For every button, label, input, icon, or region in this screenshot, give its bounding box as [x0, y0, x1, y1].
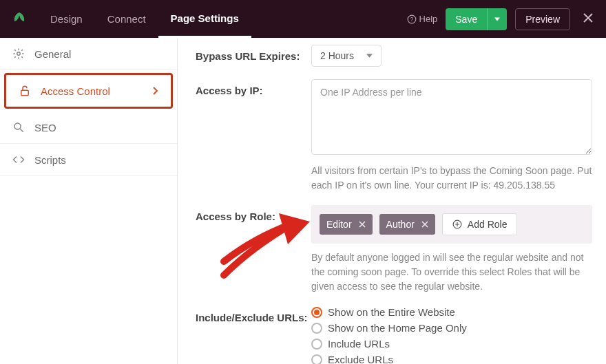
tab-page-settings[interactable]: Page Settings [158, 0, 251, 38]
radio-icon [311, 323, 322, 334]
sidebar-item-scripts[interactable]: Scripts [0, 144, 177, 176]
close-icon [359, 221, 366, 228]
close-icon [583, 12, 594, 23]
svg-text:?: ? [410, 16, 413, 22]
radio-label: Exclude URLs [328, 354, 393, 364]
lock-icon [19, 85, 31, 97]
help-link[interactable]: ? Help [407, 14, 438, 24]
svg-point-4 [14, 123, 21, 129]
row-include-exclude: Include/Exclude URLs: Show on the Entire… [196, 306, 592, 364]
radio-icon [311, 354, 322, 365]
role-chip-label: Editor [326, 219, 352, 230]
sidebar: General Access Control SEO Scripts [0, 38, 178, 364]
topbar-right: ? Help Save Preview [407, 8, 606, 30]
search-icon [12, 121, 25, 133]
svg-rect-3 [21, 90, 29, 96]
access-role-help: By default anyone logged in will see the… [311, 250, 592, 294]
access-role-label: Access by Role: [196, 205, 311, 222]
close-icon [421, 221, 428, 228]
role-chip-label: Author [386, 219, 415, 230]
save-dropdown-button[interactable] [487, 8, 507, 30]
save-button-group: Save [446, 8, 507, 30]
tab-connect[interactable]: Connect [95, 0, 158, 38]
radio-label: Show on the Entire Website [328, 306, 455, 318]
role-chip-container: Editor Author Add Role [311, 205, 592, 244]
radio-label: Show on the Home Page Only [328, 322, 467, 334]
body: General Access Control SEO Scripts Bypas… [0, 38, 606, 364]
role-chip-author: Author [379, 214, 435, 235]
role-chip-editor: Editor [320, 214, 373, 235]
nav-tabs: Design Connect Page Settings [38, 0, 251, 38]
tab-design[interactable]: Design [38, 0, 95, 38]
access-ip-help: All visitors from certain IP's to bypass… [311, 164, 592, 193]
top-bar: Design Connect Page Settings ? Help Save… [0, 0, 606, 38]
radio-label: Include URLs [328, 338, 390, 350]
content-panel: Bypass URL Expires: 2 Hours Access by IP… [178, 38, 606, 364]
save-button[interactable]: Save [446, 8, 487, 30]
svg-point-2 [17, 52, 21, 56]
include-exclude-options: Show on the Entire Website Show on the H… [311, 306, 592, 364]
sidebar-item-general[interactable]: General [0, 38, 177, 70]
sidebar-item-label: Access Control [41, 85, 143, 97]
sidebar-item-access-control[interactable]: Access Control [4, 73, 173, 109]
row-access-role: Access by Role: Editor Author [196, 205, 592, 294]
gear-icon [12, 47, 25, 60]
sidebar-item-label: Scripts [34, 154, 165, 166]
bypass-url-value: 2 Hours [320, 50, 354, 61]
help-icon: ? [407, 14, 417, 24]
radio-icon [311, 339, 322, 350]
bypass-url-select[interactable]: 2 Hours [311, 45, 382, 67]
radio-option-home-page-only[interactable]: Show on the Home Page Only [311, 322, 592, 334]
row-bypass-url: Bypass URL Expires: 2 Hours [196, 45, 592, 67]
remove-role-button[interactable] [421, 219, 428, 230]
include-exclude-label: Include/Exclude URLs: [196, 306, 311, 323]
caret-down-icon [366, 54, 373, 58]
radio-icon [311, 307, 322, 318]
close-button[interactable] [578, 11, 598, 27]
bypass-url-label: Bypass URL Expires: [196, 45, 311, 62]
leaf-icon [11, 11, 28, 28]
sidebar-item-label: General [34, 48, 165, 60]
row-access-ip: Access by IP: All visitors from certain … [196, 79, 592, 193]
radio-option-include-urls[interactable]: Include URLs [311, 338, 592, 350]
help-label: Help [419, 14, 438, 24]
sidebar-item-seo[interactable]: SEO [0, 111, 177, 144]
radio-option-exclude-urls[interactable]: Exclude URLs [311, 354, 592, 364]
access-ip-label: Access by IP: [196, 79, 311, 96]
app-logo [0, 11, 38, 28]
preview-button[interactable]: Preview [515, 8, 570, 30]
code-icon [12, 153, 25, 166]
caret-down-icon [494, 17, 500, 22]
sidebar-item-label: SEO [34, 122, 165, 133]
remove-role-button[interactable] [359, 219, 366, 230]
add-role-label: Add Role [468, 219, 508, 230]
plus-circle-icon [452, 220, 462, 229]
access-ip-textarea[interactable] [311, 79, 592, 155]
add-role-button[interactable]: Add Role [442, 213, 518, 235]
radio-option-entire-website[interactable]: Show on the Entire Website [311, 306, 592, 318]
chevron-right-icon [153, 85, 158, 97]
